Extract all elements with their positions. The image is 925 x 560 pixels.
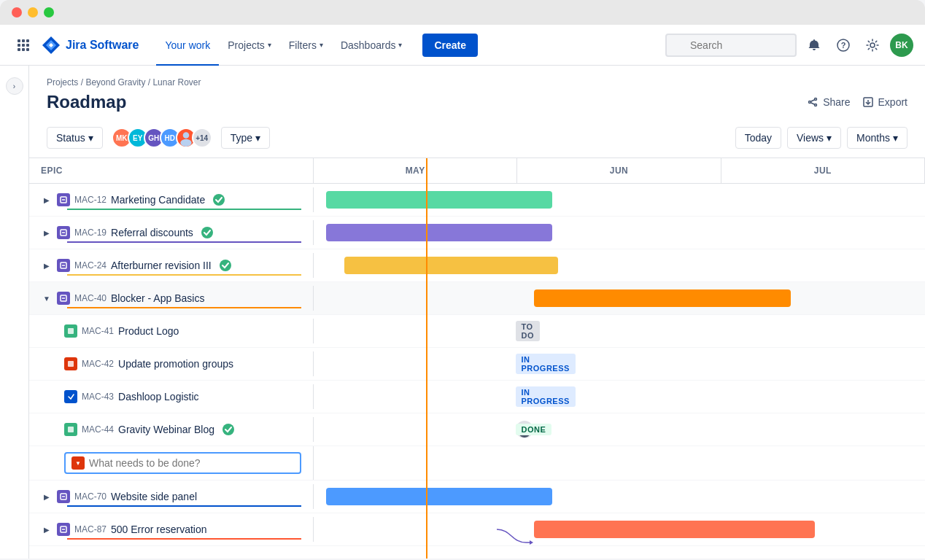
apps-grid-icon[interactable] [12,34,35,57]
check-icon-mac12 [212,193,225,206]
nav-item-projects[interactable]: Projects ▾ [219,25,280,66]
bar-mac87[interactable] [534,521,815,538]
epic-name-mac19[interactable]: Referral discounts [111,227,193,238]
gantt-bar-mac19 [314,217,925,249]
epic-name-mac87[interactable]: 500 Error reservation [111,524,207,535]
table-row: ▶ MAC-87 500 Error reservation [29,513,925,546]
svg-point-17 [815,98,817,101]
views-chevron-icon: ▾ [827,132,832,144]
settings-button[interactable] [861,34,884,57]
svg-point-25 [180,139,191,147]
epic-name-mac41[interactable]: Product Logo [118,325,179,337]
table-row: MAC-42 Update promotion groups IN PROGRE… [29,348,925,381]
nav-item-dashboards[interactable]: Dashboards ▾ [332,25,411,66]
top-nav: Jira Software Your work Projects ▾ Filte… [0,25,925,66]
epic-name-mac43[interactable]: Dashloop Logistic [118,391,199,402]
expand-mac40[interactable]: ▼ [41,292,53,304]
svg-rect-5 [26,44,29,47]
expand-mac19[interactable]: ▶ [41,227,53,238]
table-row: MAC-44 Gravity Webinar Blog DONE [29,413,925,446]
status-badge-mac44: DONE [516,424,552,435]
epic-name-mac24[interactable]: Afterburner revision III [111,260,212,271]
type-chevron-icon: ▾ [255,132,260,144]
epic-icon-mac70 [57,490,70,503]
bar-mac24[interactable] [344,257,558,274]
status-badge-mac42: IN PROGRESS [516,354,576,374]
task-type-icon[interactable]: ▼ [71,456,85,470]
bar-mac40[interactable] [534,289,791,307]
gantt-bar-mac40 [314,282,925,314]
svg-line-21 [810,103,814,104]
epic-cell-mac44: MAC-44 Gravity Webinar Blog [29,417,314,442]
share-icon [807,96,818,108]
months-chevron-icon: ▾ [893,132,898,144]
epic-id-mac42: MAC-42 [82,359,114,369]
breadcrumb-projects[interactable]: Projects [47,77,78,88]
epic-icon-mac12 [57,193,70,206]
task-input[interactable] [89,457,294,469]
export-button[interactable]: Export [862,96,907,108]
nav-item-filters[interactable]: Filters ▾ [280,25,332,66]
expand-mac87[interactable]: ▶ [41,524,53,535]
epic-cell-mac19: ▶ MAC-19 Referral discounts [29,220,314,245]
svg-rect-2 [26,39,29,42]
status-filter-button[interactable]: Status ▾ [47,127,103,149]
breadcrumb-lunar-rover[interactable]: Lunar Rover [152,77,201,88]
user-avatar[interactable]: BK [890,34,913,57]
bar-mac19[interactable] [326,224,552,241]
nav-item-your-work[interactable]: Your work [156,25,219,66]
share-button[interactable]: Share [807,96,850,108]
epic-cell-mac41: MAC-41 Product Logo [29,319,314,343]
type-filter-button[interactable]: Type ▾ [221,127,270,149]
breadcrumb-beyond-gravity[interactable]: Beyond Gravity [85,77,145,88]
gantt-area: Epic MAY JUN JUL .bar-area-wrapper { pos… [29,158,925,559]
underline-mac19 [67,241,301,243]
header-actions: Share Export [807,96,907,108]
table-row: MAC-43 Dashloop Logistic IN PROGRESS [29,381,925,413]
avatar-group[interactable]: MK EY GH HD +14 [112,128,212,148]
expand-mac70[interactable]: ▶ [41,491,53,502]
svg-point-24 [182,132,189,139]
svg-point-19 [815,104,817,106]
notifications-button[interactable] [802,34,826,57]
epic-name-mac12[interactable]: Marketing Candidate [111,194,205,206]
chevron-right-icon: › [13,82,15,90]
chrome-minimize[interactable] [28,7,38,18]
nav-logo[interactable]: Jira Software [41,35,139,55]
create-button[interactable]: Create [422,34,478,57]
epic-name-mac40[interactable]: Blocker - App Basics [111,292,204,304]
status-badge-mac41: TO DO [516,321,541,341]
epic-icon-mac44 [64,423,77,436]
status-chevron-icon: ▾ [88,132,93,144]
epic-id-mac43: MAC-43 [82,392,114,402]
status-cell-mac42: IN PROGRESS [314,348,925,380]
epic-id-mac87: MAC-87 [74,524,107,534]
help-button[interactable]: ? [832,34,855,57]
expand-mac24[interactable]: ▶ [41,260,53,271]
months-button[interactable]: Months ▾ [847,127,907,149]
epic-name-mac42[interactable]: Update promotion groups [118,358,233,370]
gantt-bar-mac24 [314,249,925,281]
epic-name-mac70[interactable]: Website side panel [111,491,197,502]
today-button[interactable]: Today [735,127,781,149]
search-input[interactable] [665,34,797,57]
epic-cell-mac12: ▶ MAC-12 Marketing Candidate [29,187,314,212]
bar-mac70[interactable] [326,488,552,505]
views-button[interactable]: Views ▾ [787,127,841,149]
chrome-maximize[interactable] [44,7,54,18]
epic-name-mac44[interactable]: Gravity Webinar Blog [118,424,214,435]
svg-marker-53 [530,540,533,545]
sidebar-toggle-area: › [0,66,29,559]
bar-mac12[interactable] [326,191,552,209]
expand-mac12[interactable]: ▶ [41,194,53,206]
gantt-bar-mac70 [314,481,925,513]
chrome-close[interactable] [12,7,22,18]
underline-mac70 [67,505,301,507]
avatar-count[interactable]: +14 [192,128,212,148]
svg-rect-3 [18,44,20,47]
svg-rect-0 [18,39,20,42]
export-icon [862,96,874,108]
dep-arrow-mac87 [497,521,555,538]
epic-cell-mac70: ▶ MAC-70 Website side panel [29,484,314,509]
sidebar-toggle-button[interactable]: › [6,77,23,95]
